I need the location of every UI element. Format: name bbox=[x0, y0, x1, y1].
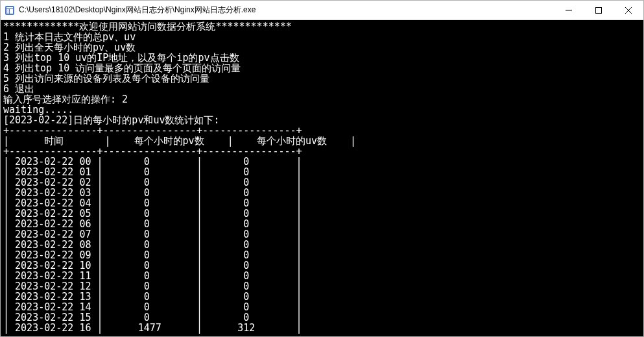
svg-rect-3 bbox=[10, 9, 13, 14]
app-icon bbox=[5, 5, 15, 16]
app-window: C:\Users\18102\Desktop\Nginx网站日志分析\Nginx… bbox=[0, 0, 644, 337]
window-title: C:\Users\18102\Desktop\Nginx网站日志分析\Nginx… bbox=[19, 5, 554, 16]
titlebar[interactable]: C:\Users\18102\Desktop\Nginx网站日志分析\Nginx… bbox=[1, 1, 643, 20]
svg-rect-1 bbox=[6, 7, 13, 8]
minimize-button[interactable] bbox=[554, 1, 584, 19]
svg-rect-2 bbox=[6, 9, 9, 14]
close-button[interactable] bbox=[614, 1, 643, 19]
console-output[interactable]: *************欢迎使用网站访问数据分析系统*************… bbox=[1, 20, 643, 336]
window-controls bbox=[554, 1, 643, 19]
svg-rect-5 bbox=[596, 7, 602, 13]
maximize-button[interactable] bbox=[584, 1, 614, 19]
